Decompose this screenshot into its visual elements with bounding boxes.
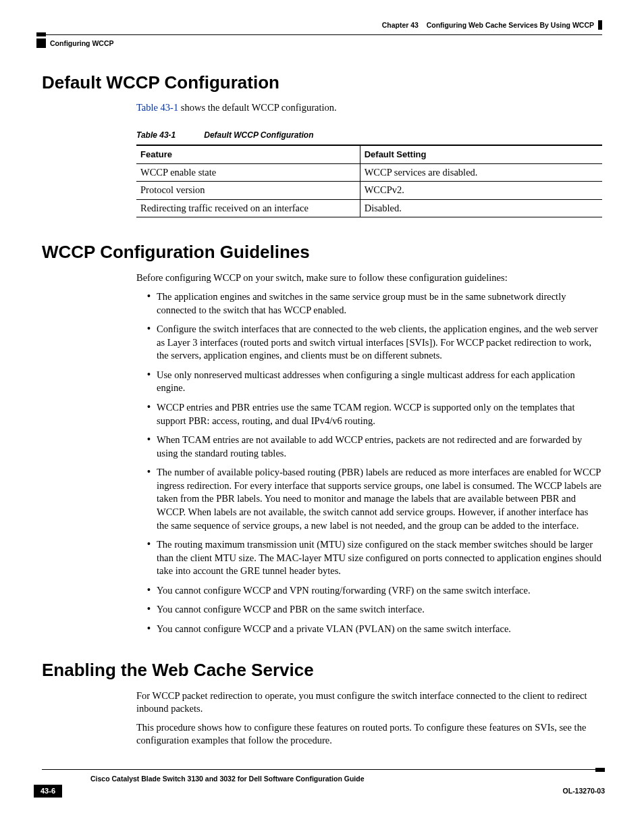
page-number-badge: 43-6 — [34, 785, 62, 798]
header-rule — [36, 32, 602, 36]
list-item: The number of available policy-based rou… — [147, 466, 602, 532]
list-item: Use only nonreserved multicast addresses… — [147, 369, 602, 395]
list-item: WCCP entries and PBR entries use the sam… — [147, 401, 602, 427]
list-item: You cannot configure WCCP and VPN routin… — [147, 584, 602, 598]
guidelines-list: The application engines and switches in … — [136, 290, 602, 635]
header-marker-icon — [598, 20, 602, 30]
section-name: Configuring WCCP — [50, 38, 113, 48]
table-row: Redirecting traffic received on an inter… — [136, 199, 602, 217]
list-item: Configure the switch interfaces that are… — [147, 323, 602, 363]
col-default: Default Setting — [360, 145, 602, 163]
section-header: Configuring WCCP — [42, 38, 602, 48]
default-config-table: Feature Default Setting WCCP enable stat… — [136, 145, 602, 217]
guidelines-intro: Before configuring WCCP on your switch, … — [136, 271, 602, 285]
list-item: You cannot configure WCCP and a private … — [147, 623, 602, 636]
table-row: WCCP enable stateWCCP services are disab… — [136, 163, 602, 182]
list-item: When TCAM entries are not available to a… — [147, 434, 602, 460]
heading-enabling: Enabling the Web Cache Service — [42, 658, 602, 682]
chapter-reference: Chapter 43 Configuring Web Cache Service… — [382, 20, 602, 30]
rule-end-icon — [36, 32, 46, 36]
heading-guidelines: WCCP Configuration Guidelines — [42, 240, 602, 264]
enabling-p2: This procedure shows how to configure th… — [136, 721, 602, 748]
list-item: The routing maximum transmission unit (M… — [147, 538, 602, 578]
list-item: You cannot configure WCCP and PBR on the… — [147, 603, 602, 617]
section-marker-icon — [36, 38, 46, 48]
list-item: The application engines and switches in … — [147, 290, 602, 317]
intro-paragraph: Table 43-1 shows the default WCCP config… — [136, 101, 602, 115]
table-xref-link[interactable]: Table 43-1 — [136, 102, 178, 113]
page-header: Chapter 43 Configuring Web Cache Service… — [42, 20, 602, 30]
table-row: Protocol versionWCCPv2. — [136, 182, 602, 200]
enabling-p1: For WCCP packet redirection to operate, … — [136, 689, 602, 716]
heading-default-wccp: Default WCCP Configuration — [42, 71, 602, 95]
rule-end-icon — [595, 768, 605, 772]
book-title: Cisco Catalyst Blade Switch 3130 and 303… — [90, 774, 602, 783]
document-id: OL-13270-03 — [563, 786, 605, 796]
footer-rule — [42, 768, 602, 772]
col-feature: Feature — [136, 145, 360, 163]
table-caption: Table 43-1Default WCCP Configuration — [136, 130, 602, 140]
